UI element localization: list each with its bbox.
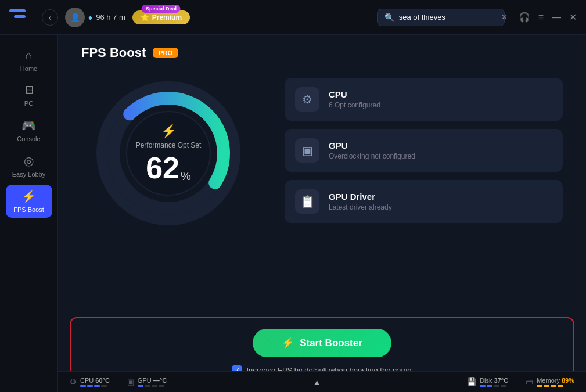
search-bar: 🔍 ✕ [377,9,505,26]
search-input[interactable] [399,13,497,21]
sidebar: ⌂ Home 🖥 PC 🎮 Console ◎ Easy Lobby ⚡ FPS… [0,35,58,392]
sidebar-item-pc[interactable]: 🖥 PC [6,79,52,112]
sidebar-item-home[interactable]: ⌂ Home [6,44,52,77]
cpu-card-subtitle: 6 Opt configured [329,101,380,109]
cpu-card-content: CPU 6 Opt configured [329,89,380,109]
avatar-icon: 👤 [70,13,80,22]
status-chevron: ▲ [184,377,450,387]
cpu-bar-3 [94,385,100,387]
pro-badge: PRO [153,48,178,58]
status-disk-value: 37°C [494,377,509,384]
status-memory-value: 89% [562,377,574,384]
gauge-value: 62 [146,153,179,183]
gauge-container: ⚡ Performance Opt Set 62 % [70,78,267,229]
gpu-driver-card[interactable]: 📋 GPU Driver Latest driver already [285,180,563,223]
close-button[interactable]: ✕ [569,12,577,23]
page-header: FPS Boost PRO [58,35,586,66]
sidebar-item-pc-label: PC [24,100,33,107]
gauge-label: Performance Opt Set [136,141,202,149]
disk-bar-4 [501,385,506,387]
sidebar-item-fps-boost[interactable]: ⚡ FPS Boost [6,185,52,218]
premium-label: Premium [152,13,182,21]
status-memory-inner: Memory 89% [537,377,574,387]
mem-bar-1 [537,385,542,387]
minimize-button[interactable]: — [552,12,561,23]
gauge-percent: % [181,170,191,183]
content-area: ⚡ Performance Opt Set 62 % ⚙ CPU 6 Opt c… [58,66,586,317]
sidebar-item-easy-lobby[interactable]: ◎ Easy Lobby [6,149,52,182]
special-deal-badge: Special Deal [142,5,181,13]
status-cpu: ⚙ CPU 60°C [70,377,110,387]
gpu-card-subtitle: Overclocking not configured [329,152,415,160]
gpu-driver-card-title: GPU Driver [329,192,392,202]
status-memory-label: Memory 89% [537,377,574,384]
gpu-card[interactable]: ▣ GPU Overclocking not configured [285,129,563,172]
status-memory-bars [537,385,574,387]
status-gpu: ▣ GPU —°C [127,377,167,387]
status-memory: 🗃 Memory 89% [526,377,574,387]
status-gpu-inner: GPU —°C [138,377,167,387]
status-cpu-icon: ⚙ [70,377,77,386]
sidebar-item-fps-boost-label: FPS Boost [13,206,44,213]
premium-icon: ⭐ [141,13,149,21]
gpu-driver-card-content: GPU Driver Latest driver already [329,192,392,211]
status-memory-icon: 🗃 [526,377,533,386]
gpu-bar-1 [138,385,143,387]
status-disk-bars [480,385,508,387]
search-clear-button[interactable]: ✕ [501,13,508,21]
window-actions: 🎧 ≡ — ✕ [519,12,577,23]
disk-bar-2 [487,385,492,387]
cpu-bar-2 [87,385,93,387]
gpu-card-icon: ▣ [295,138,319,163]
gpu-bar-3 [152,385,157,387]
menu-icon[interactable]: ≡ [538,12,544,23]
start-booster-button[interactable]: ⚡ Start Booster [253,329,391,357]
sidebar-item-console-label: Console [17,135,40,142]
home-icon: ⌂ [25,49,32,62]
cpu-card-icon: ⚙ [295,87,319,112]
gpu-bar-2 [145,385,150,387]
logo-bar-bottom [14,15,26,18]
cpu-bar-1 [80,385,86,387]
back-button[interactable]: ‹ [42,9,58,26]
status-disk: 💾 Disk 37°C [467,377,508,387]
gpu-card-title: GPU [329,141,415,150]
gauge-bolt-icon: ⚡ [136,124,202,139]
support-icon[interactable]: 🎧 [519,12,530,23]
titlebar: ‹ 👤 ♦ 96 h 7 m Special Deal ⭐ Premium 🔍 … [0,0,586,35]
status-cpu-value: 60°C [95,377,110,384]
fps-boost-icon: ⚡ [21,189,36,203]
status-disk-icon: 💾 [467,377,476,386]
status-disk-inner: Disk 37°C [480,377,508,387]
cpu-card[interactable]: ⚙ CPU 6 Opt configured [285,78,563,121]
logo-bar-top [9,9,26,12]
easy-lobby-icon: ◎ [24,154,34,168]
gpu-driver-card-icon: 📋 [295,189,319,214]
start-booster-label: Start Booster [300,337,362,349]
gpu-card-content: GPU Overclocking not configured [329,141,415,160]
status-gpu-bars [138,385,167,387]
status-gpu-label: GPU —°C [138,377,167,384]
disk-bar-3 [494,385,499,387]
console-icon: 🎮 [21,118,36,132]
main-content: FPS Boost PRO [58,35,586,392]
gauge-wrapper: ⚡ Performance Opt Set 62 % [93,78,244,229]
user-stats: 96 h 7 m [96,13,125,21]
chevron-up-icon[interactable]: ▲ [313,377,321,387]
avatar: 👤 [65,8,85,27]
sidebar-item-console[interactable]: 🎮 Console [6,114,52,147]
status-gpu-icon: ▣ [127,377,134,386]
mem-bar-2 [544,385,549,387]
gpu-driver-card-subtitle: Latest driver already [329,203,392,211]
gpu-bar-4 [159,385,164,387]
search-icon: 🔍 [384,13,394,22]
right-panel: ⚙ CPU 6 Opt configured ▣ GPU Overclockin… [285,78,563,223]
page-title: FPS Boost [81,45,146,60]
premium-button[interactable]: Special Deal ⭐ Premium [132,10,190,24]
status-cpu-bars [80,385,110,387]
pc-icon: 🖥 [23,84,35,97]
cpu-bar-4 [101,385,107,387]
sidebar-item-easy-lobby-label: Easy Lobby [12,171,45,178]
sidebar-item-home-label: Home [20,65,37,72]
cpu-card-title: CPU [329,89,380,99]
